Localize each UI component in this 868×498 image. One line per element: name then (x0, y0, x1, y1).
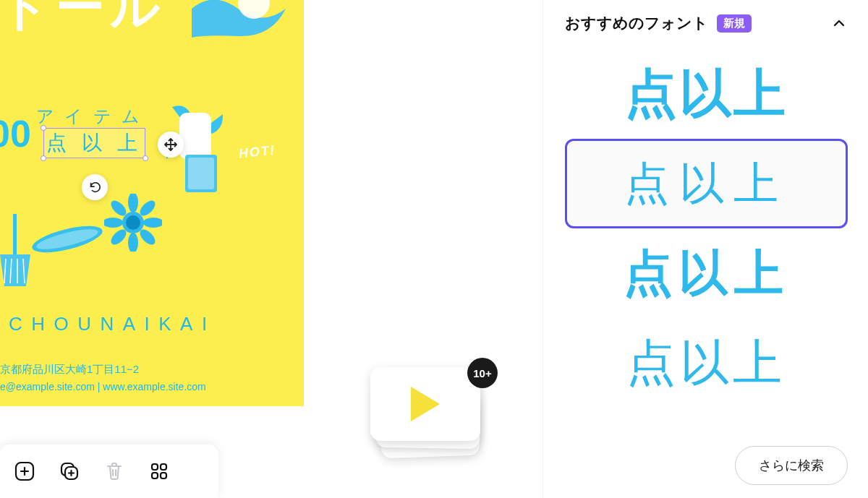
grid-icon (149, 461, 169, 481)
font-sidebar: おすすめのフォント 新規 点以上 点以上 点以上 点以上 さらに検索 (542, 0, 868, 498)
page-count-badge: 10+ (467, 358, 498, 388)
sunflower-decoration (104, 194, 162, 252)
svg-rect-27 (161, 473, 166, 478)
svg-point-8 (143, 218, 162, 228)
svg-rect-3 (188, 158, 214, 189)
delete-button[interactable] (98, 455, 130, 487)
trash-icon (104, 461, 124, 481)
resize-handle-tl[interactable] (41, 125, 46, 131)
new-badge: 新規 (717, 14, 752, 33)
svg-rect-24 (152, 464, 158, 470)
add-page-button[interactable] (9, 455, 41, 487)
bottom-toolbar (0, 445, 218, 498)
flyer-brand[interactable]: CHOUNAIKAI (9, 313, 216, 335)
hot-label: HOT! (238, 142, 276, 161)
undo-icon (88, 181, 101, 194)
font-sample: 点以上 (626, 330, 786, 396)
resize-handle-bl[interactable] (41, 155, 46, 161)
flyer-contact[interactable]: e@example.site.com | www.example.site.co… (0, 381, 206, 392)
plus-square-icon (14, 460, 35, 482)
page-stack[interactable]: 731 10+ (367, 361, 489, 457)
flyer-subtitle[interactable]: アイテム (36, 105, 150, 128)
font-option-1[interactable]: 点以上 (565, 49, 848, 139)
flyer-design[interactable]: ドール 00 アイテム HOT! CHOUNAIKAI 京都府品川区大崎1丁目1… (0, 0, 304, 406)
svg-rect-25 (161, 464, 166, 470)
font-list: 点以上 点以上 点以上 点以上 (565, 49, 848, 408)
selected-text-content[interactable]: 点 以 上 (46, 132, 142, 154)
undo-button[interactable] (82, 174, 108, 200)
font-sample: 点以上 (625, 59, 788, 129)
flyer-big-number[interactable]: 00 (0, 112, 31, 155)
font-option-3[interactable]: 点以上 (565, 228, 848, 318)
svg-point-5 (128, 194, 138, 212)
grid-view-button[interactable] (143, 455, 175, 487)
copy-plus-icon (59, 460, 80, 482)
cucumber-decoration (27, 217, 107, 262)
wave-decoration (184, 0, 292, 88)
svg-point-13 (126, 215, 140, 230)
svg-point-6 (128, 233, 138, 252)
sidebar-header[interactable]: おすすめのフォント 新規 (565, 13, 848, 33)
selected-text-element[interactable]: 点 以 上 (43, 128, 145, 158)
chevron-up-icon (833, 17, 846, 30)
canvas-area: ドール 00 アイテム HOT! CHOUNAIKAI 京都府品川区大崎1丁目1… (0, 0, 521, 498)
move-icon (163, 137, 178, 152)
font-sample: 点以上 (624, 153, 788, 214)
flyer-address[interactable]: 京都府品川区大崎1丁目11−2 (0, 363, 139, 377)
sidebar-title: おすすめのフォント (565, 13, 708, 33)
play-icon (411, 387, 440, 421)
font-option-4[interactable]: 点以上 (565, 318, 848, 408)
book-decoration (181, 150, 224, 197)
svg-rect-16 (13, 214, 17, 254)
collapse-button[interactable] (830, 14, 848, 32)
broom-decoration (0, 214, 33, 289)
move-button[interactable] (158, 132, 184, 158)
duplicate-button[interactable] (54, 455, 85, 487)
stacked-card-front[interactable] (370, 367, 480, 441)
font-option-2[interactable]: 点以上 (565, 139, 848, 228)
search-more-button[interactable]: さらに検索 (735, 446, 848, 485)
svg-rect-26 (152, 473, 158, 478)
flyer-title[interactable]: ドール (0, 0, 165, 40)
font-sample: 点以上 (624, 241, 788, 306)
